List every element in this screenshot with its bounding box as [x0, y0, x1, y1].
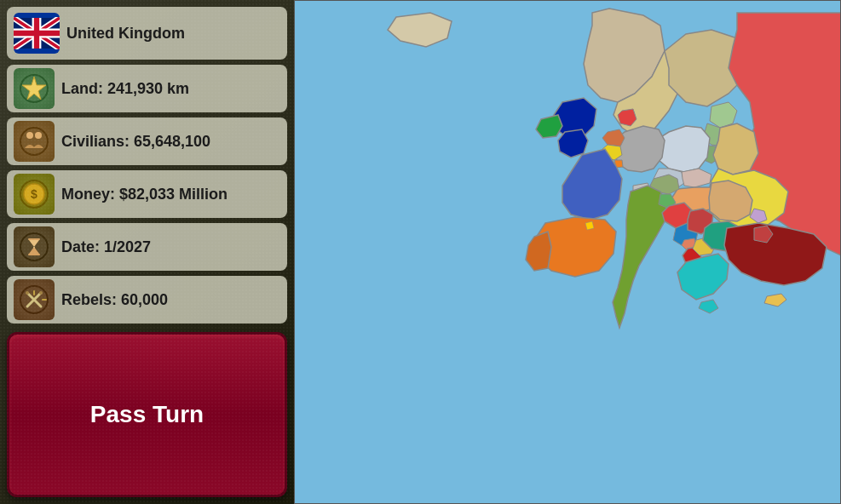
left-panel: United Kingdom Land: 241,930 km Civilian… [0, 0, 294, 504]
country-row: United Kingdom [7, 7, 287, 60]
land-icon [14, 68, 55, 109]
rebels-text: Rebels: 60,000 [61, 291, 168, 309]
money-text: Money: $82,033 Million [61, 186, 228, 203]
svg-point-3 [20, 128, 48, 155]
svg-point-16 [39, 291, 43, 295]
civilians-icon [14, 121, 55, 162]
svg-text:$: $ [31, 187, 37, 201]
country-name: United Kingdom [66, 25, 185, 43]
map-panel[interactable] [294, 0, 841, 504]
land-row: Land: 241,930 km [7, 65, 287, 112]
svg-point-15 [26, 291, 29, 295]
pass-turn-button[interactable]: Pass Turn [7, 332, 287, 497]
land-text: Land: 241,930 km [61, 80, 189, 98]
date-text: Date: 1/2027 [61, 238, 151, 256]
money-icon: $ [14, 174, 55, 215]
svg-point-4 [26, 132, 33, 139]
civilians-text: Civilians: 65,648,100 [61, 133, 210, 151]
svg-rect-10 [28, 238, 40, 240]
money-row: $ Money: $82,033 Million [7, 170, 287, 218]
rebels-row: Rebels: 60,000 [7, 276, 287, 324]
svg-rect-18 [42, 299, 47, 301]
svg-rect-17 [33, 290, 35, 295]
rebels-icon [14, 279, 55, 320]
europe-map [294, 0, 841, 504]
date-icon [14, 226, 55, 267]
civilians-row: Civilians: 65,648,100 [7, 117, 287, 165]
svg-rect-11 [28, 254, 40, 255]
date-row: Date: 1/2027 [7, 223, 287, 271]
country-flag [14, 13, 60, 54]
svg-point-5 [35, 132, 42, 139]
